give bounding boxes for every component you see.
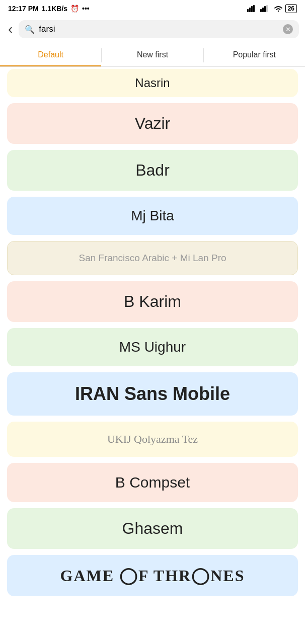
search-bar: ‹ 🔍 ✕ [0,16,305,44]
font-name-bcompset: B Compset [115,474,190,491]
font-item-badr[interactable]: Badr [7,150,298,191]
back-button[interactable]: ‹ [6,19,15,39]
search-input-wrap: 🔍 ✕ [19,20,299,38]
font-item-nasrin[interactable]: Nasrin [7,69,298,97]
tabs-row: Default New first Popular first [0,44,305,67]
svg-rect-2 [251,6,253,12]
font-item-sfarbic[interactable]: San Francisco Arabic + Mi Lan Pro [7,241,298,275]
status-right: 26 [247,4,297,13]
font-name-vazir: Vazir [135,114,171,133]
more-icon: ••• [82,5,90,13]
font-item-mjbita[interactable]: Mj Bita [7,197,298,235]
signal2-icon [260,5,269,12]
alarm-icon: ⏰ [70,5,79,13]
status-left: 12:17 PM 1.1KB/s ⏰ ••• [8,5,90,13]
font-item-iransans[interactable]: IRAN Sans Mobile [7,372,298,416]
status-bar: 12:17 PM 1.1KB/s ⏰ ••• 26 [0,0,305,16]
font-item-got[interactable]: GAME ◯F THR◯NES [7,555,298,596]
font-name-badr: Badr [135,161,170,180]
font-name-got: GAME ◯F THR◯NES [60,566,245,585]
font-name-msuighur: MS Uighur [119,339,186,355]
font-name-ukij: UKIJ Qolyazma Tez [107,433,198,446]
battery-badge: 26 [285,4,297,13]
clear-button[interactable]: ✕ [283,24,293,34]
font-item-ghasem[interactable]: Ghasem [7,508,298,549]
tab-default[interactable]: Default [0,44,101,66]
font-item-msuighur[interactable]: MS Uighur [7,328,298,366]
search-icon: 🔍 [25,25,35,34]
font-item-vazir[interactable]: Vazir [7,103,298,144]
tab-popular-first[interactable]: Popular first [204,44,305,66]
search-input[interactable] [39,24,279,34]
font-name-ghasem: Ghasem [122,519,183,538]
svg-rect-7 [266,5,268,12]
svg-rect-3 [253,5,255,12]
font-list: Nasrin Vazir Badr Mj Bita San Francisco … [0,67,305,601]
font-item-ukij[interactable]: UKIJ Qolyazma Tez [7,422,298,457]
font-item-bkarim[interactable]: B Karim [7,281,298,322]
wifi-icon [273,5,283,12]
svg-rect-0 [247,9,249,12]
clear-icon: ✕ [285,26,291,33]
font-name-nasrin: Nasrin [135,76,170,90]
signal-icon [247,5,256,12]
font-item-bcompset[interactable]: B Compset [7,463,298,502]
speed: 1.1KB/s [42,5,67,13]
font-name-bkarim: B Karim [124,292,181,311]
time: 12:17 PM [8,5,39,13]
svg-rect-6 [264,6,266,12]
svg-rect-4 [260,9,262,12]
font-name-mjbita: Mj Bita [131,208,174,224]
svg-rect-5 [262,8,264,12]
font-name-iransans: IRAN Sans Mobile [75,383,230,405]
font-name-sfarbic: San Francisco Arabic + Mi Lan Pro [79,253,226,264]
svg-rect-1 [249,8,251,12]
tab-new-first[interactable]: New first [102,44,203,66]
